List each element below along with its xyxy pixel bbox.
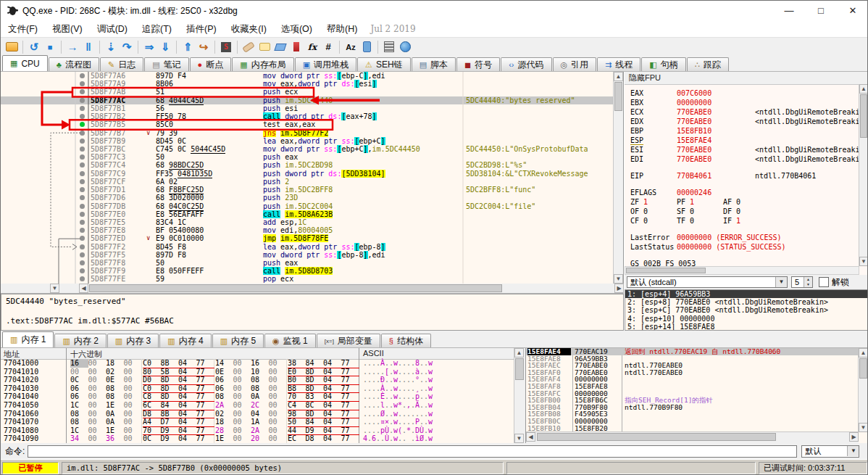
register-eflags[interactable]: EFLAGS00000246 bbox=[630, 188, 859, 197]
memory-byte[interactable]: 06 bbox=[70, 384, 88, 393]
tab-locals[interactable]: [x=]局部变量 bbox=[317, 334, 380, 347]
disassembly-view[interactable]: 5D8F77A6897D F4mov dword ptr ss:[ebp-C],… bbox=[1, 72, 624, 284]
switch-thread-icon[interactable]: ↪ bbox=[196, 40, 211, 54]
chevron-down-icon[interactable]: ▼ bbox=[847, 446, 859, 456]
memory-byte[interactable]: 00 bbox=[88, 384, 107, 393]
memory-byte[interactable]: 00 bbox=[124, 401, 142, 410]
memory-byte[interactable]: 16 bbox=[70, 359, 88, 368]
stack-row[interactable]: 15E8FB1015E8FB20 bbox=[526, 425, 868, 432]
instruction-dot-icon[interactable] bbox=[80, 106, 85, 111]
memory-byte[interactable]: 00 bbox=[269, 426, 287, 435]
disasm-row[interactable]: 5D8F77E583C4 1Cadd esp,1C bbox=[1, 218, 623, 226]
memory-byte[interactable]: 04 bbox=[323, 434, 341, 443]
memory-byte[interactable]: 2A bbox=[251, 426, 269, 435]
disasm-row[interactable]: 5D8F77ED∨E9 0C010000jmp im.5D8F78FE bbox=[1, 234, 623, 242]
disasm-row[interactable]: 5D8F77C9FF35 0481D35Dpush dword ptr ds:[… bbox=[1, 170, 623, 178]
memory-byte[interactable]: 0C bbox=[70, 376, 88, 384]
memory-byte[interactable]: 08 bbox=[70, 410, 88, 418]
tab-mem[interactable]: ▥内存 2 bbox=[54, 334, 106, 347]
tab-threads[interactable]: ⇉线程 bbox=[597, 57, 640, 71]
memory-byte[interactable]: 08 bbox=[251, 384, 269, 393]
tab-mem[interactable]: ▥内存 3 bbox=[107, 334, 159, 347]
preferences-icon[interactable] bbox=[398, 40, 412, 54]
register-ebx[interactable]: EBX00000000 bbox=[630, 98, 859, 107]
pause-icon[interactable]: ‖ bbox=[81, 40, 96, 54]
memory-byte[interactable]: 00 bbox=[269, 401, 287, 410]
register-eax[interactable]: EAX007C6000 bbox=[630, 88, 859, 98]
argument-row[interactable]: 5: [esp+14] 15E8FAE8 bbox=[625, 323, 868, 331]
comment-icon[interactable] bbox=[257, 40, 272, 54]
memory-byte[interactable]: 0C bbox=[143, 434, 161, 443]
memory-byte[interactable]: 00 bbox=[233, 384, 251, 393]
memory-byte[interactable]: 00 bbox=[233, 359, 251, 368]
menu-item[interactable]: 插件(P) bbox=[179, 22, 224, 37]
memory-byte[interactable]: 08 bbox=[251, 376, 269, 384]
argument-row[interactable]: 4: [esp+10] 00000000 bbox=[625, 315, 868, 323]
disasm-row[interactable]: 5D8F77A6897D F4mov dword ptr ss:[ebp-C],… bbox=[1, 72, 623, 80]
memory-byte[interactable]: 04 bbox=[178, 434, 196, 443]
memory-dump-view[interactable]: 地址 十六进制 ASCII 7704100016001800C08B047714… bbox=[1, 348, 526, 443]
memory-row[interactable]: 770410801C001E0070D9047728002A0044D90477… bbox=[1, 426, 514, 435]
instruction-dot-icon[interactable] bbox=[80, 260, 85, 265]
memory-byte[interactable]: 00 bbox=[124, 376, 142, 384]
instruction-dot-icon[interactable] bbox=[80, 81, 85, 86]
disasm-row[interactable]: 5D8F77CF6A 02push 2 bbox=[1, 178, 623, 186]
memory-byte[interactable]: 00 bbox=[88, 376, 107, 384]
instruction-dot-icon[interactable] bbox=[80, 236, 85, 241]
menu-item[interactable]: 视图(V) bbox=[45, 22, 90, 37]
memory-byte[interactable]: 77 bbox=[196, 434, 214, 443]
memory-byte[interactable]: 00 bbox=[124, 410, 142, 418]
calling-convention-select[interactable]: 默认 (stdcall) ▼ bbox=[627, 276, 788, 288]
memory-byte[interactable]: 1E bbox=[215, 434, 233, 443]
step-into-icon[interactable]: ⇣ bbox=[104, 40, 118, 54]
memory-byte[interactable]: 06 bbox=[215, 384, 233, 393]
memory-byte[interactable]: 02 bbox=[215, 410, 233, 418]
instruction-dot-icon[interactable] bbox=[80, 268, 85, 273]
stack-view[interactable]: 15E8FAE4770EAC19返回到 ntdll.770EAC19 自 ntd… bbox=[526, 348, 868, 443]
registers-list[interactable]: EAX007C6000EBX00000000ECX770EABE0<ntdll.… bbox=[625, 84, 859, 266]
memory-byte[interactable]: 08 bbox=[215, 392, 233, 401]
register-edx[interactable]: EDX770EABE0<ntdll.DbgUiRemoteBreakin> bbox=[630, 117, 859, 126]
instruction-dot-icon[interactable] bbox=[80, 228, 85, 233]
hash-icon[interactable]: # bbox=[321, 40, 335, 54]
tab-script[interactable]: ▤脚本 bbox=[412, 57, 456, 71]
memory-byte[interactable]: 00 bbox=[88, 401, 107, 410]
disasm-row[interactable]: 5D8F77B2FF50 78call dword ptr ds:[eax+78… bbox=[1, 112, 623, 120]
memory-byte[interactable]: 08 bbox=[106, 384, 124, 393]
memory-byte[interactable]: 2A bbox=[215, 401, 233, 410]
menu-item[interactable]: 追踪(T) bbox=[135, 22, 179, 37]
disasm-row[interactable]: 5D8F77E8BF 05400080mov edi,80004005 bbox=[1, 226, 623, 234]
memory-byte[interactable]: 00 bbox=[124, 434, 142, 443]
memory-byte[interactable]: 00 bbox=[88, 392, 107, 401]
memory-byte[interactable]: 00 bbox=[269, 384, 287, 393]
argument-row[interactable]: 1: [esp+4] 96A59BB3 bbox=[625, 290, 868, 298]
disasm-row[interactable]: 5D8F77F28D45 F8lea eax,dword ptr ss:[ebp… bbox=[1, 243, 623, 251]
memory-row[interactable]: 770410200C000E00D08D047706000800B08D0477… bbox=[1, 376, 514, 384]
memory-byte[interactable]: 0E bbox=[106, 376, 124, 384]
disasm-row[interactable]: 5D8F77F5897D F8mov dword ptr ss:[ebp-8],… bbox=[1, 251, 623, 259]
instruction-dot-icon[interactable] bbox=[80, 131, 85, 136]
memory-byte[interactable]: 0A bbox=[251, 392, 269, 401]
memory-byte[interactable]: 1C bbox=[70, 401, 88, 410]
tab-breakpoint[interactable]: ●断点 bbox=[190, 57, 232, 71]
font-az-icon[interactable]: Az bbox=[343, 40, 358, 54]
hide-fpu-button[interactable]: 隐藏FPU bbox=[625, 72, 868, 85]
arguments-view[interactable]: 1: [esp+4] 96A59BB32: [esp+8] 770EABE0 <… bbox=[625, 289, 868, 331]
memory-byte[interactable]: 08 bbox=[70, 418, 88, 426]
instruction-dot-icon[interactable] bbox=[80, 252, 85, 257]
script-s-icon[interactable]: S bbox=[219, 40, 233, 54]
memory-byte[interactable]: 00 bbox=[269, 418, 287, 426]
tab-mem[interactable]: ▥内存 4 bbox=[159, 334, 211, 347]
menu-item[interactable]: 帮助(H) bbox=[320, 22, 364, 37]
instruction-dot-icon[interactable] bbox=[80, 171, 85, 176]
memory-byte[interactable]: 00 bbox=[124, 368, 142, 376]
menu-item[interactable]: 选项(O) bbox=[274, 22, 320, 37]
memory-row[interactable]: 7704101000000200805B04770E001000E08D0477… bbox=[1, 368, 514, 376]
disasm-row[interactable]: 5D8F77B156push esi bbox=[1, 104, 623, 112]
memory-row[interactable]: 77041090340036000CD904771E002000ECD80477… bbox=[1, 434, 514, 443]
close-button[interactable]: ✕ bbox=[837, 1, 868, 21]
checkbox-icon[interactable] bbox=[819, 277, 829, 287]
patch-icon[interactable] bbox=[241, 40, 256, 54]
chevron-down-icon[interactable]: ▼ bbox=[775, 277, 787, 287]
stack-vertical-scrollbar[interactable]: ▲ ▼ bbox=[858, 348, 868, 432]
